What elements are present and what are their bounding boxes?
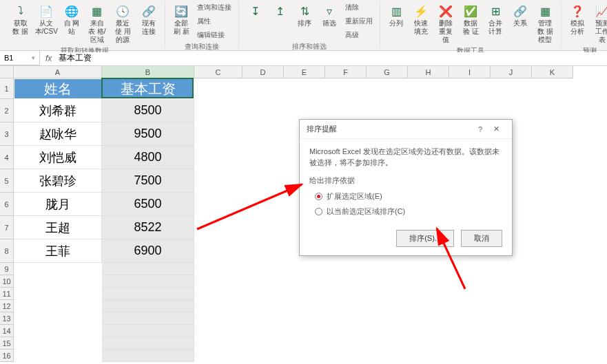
ribbon: ⤵获取数 据📄从文 本/CSV🌐自 网站▦来自表 格/区域🕓最近使 用的源🔗现有… [0, 0, 607, 51]
ribbon-button[interactable]: ✅数据验 证 [459, 1, 482, 45]
ribbon-button-label: 关系 [513, 19, 527, 28]
column-header[interactable]: J [491, 66, 532, 78]
row-header[interactable]: 1 [0, 78, 14, 99]
select-all-corner[interactable] [0, 66, 14, 78]
cell[interactable]: 4800 [102, 146, 194, 169]
cell[interactable] [102, 263, 194, 275]
ribbon-button[interactable]: 🕓最近使 用的源 [110, 1, 134, 45]
cell[interactable]: 8500 [102, 99, 194, 122]
ribbon-button[interactable]: ⤵获取数 据 [8, 1, 32, 45]
ribbon-button[interactable]: ▦来自表 格/区域 [85, 1, 109, 45]
ribbon-icon: ⊞ [487, 3, 504, 19]
ribbon-mini-item[interactable]: 重新应用 [342, 15, 375, 28]
column-header[interactable]: C [194, 66, 243, 78]
ribbon-button[interactable]: 🔗现有 连接 [136, 1, 161, 45]
cell[interactable] [102, 337, 194, 350]
fx-icon[interactable]: fx [40, 54, 57, 63]
ribbon-icon: ▦ [537, 3, 553, 19]
row-header[interactable]: 11 [0, 288, 14, 300]
ribbon-button[interactable]: 🌐自 网站 [60, 1, 83, 45]
column-header[interactable]: D [243, 66, 284, 78]
ribbon-button[interactable]: ⊞合并计算 [484, 1, 507, 45]
row-header[interactable]: 9 [0, 263, 14, 275]
column-header[interactable]: E [284, 66, 325, 78]
row-header[interactable]: 14 [0, 325, 14, 337]
column-header[interactable]: H [408, 66, 449, 78]
ribbon-button[interactable]: ▦管理数 据模型 [533, 1, 557, 45]
cell[interactable] [102, 300, 194, 312]
ribbon-button[interactable]: ▿筛选 [318, 1, 341, 41]
radio-expand-selection[interactable]: 扩展选定区域(E) [309, 189, 502, 204]
header-name[interactable]: 姓名 [14, 78, 102, 99]
ribbon-mini-item[interactable]: 清除 [342, 1, 375, 14]
row-header[interactable]: 16 [0, 350, 14, 362]
ribbon-mini-item[interactable]: 编辑链接 [194, 29, 234, 41]
row-header[interactable]: 2 [0, 99, 14, 122]
ribbon-button[interactable]: 🔗关系 [508, 1, 532, 45]
cell[interactable] [102, 350, 194, 362]
ribbon-mini-item[interactable]: 属性 [194, 15, 234, 28]
cancel-button[interactable]: 取消 [461, 230, 502, 247]
ribbon-mini-item[interactable]: 高级 [342, 29, 375, 41]
column-header[interactable]: G [367, 66, 408, 78]
ribbon-group: ❓模拟分析📈预测 工作表预测 [562, 1, 607, 48]
formula-input[interactable] [57, 52, 607, 65]
ribbon-icon: ⇅ [296, 3, 313, 19]
row-header[interactable]: 4 [0, 146, 14, 169]
cell[interactable]: 刘恺威 [14, 146, 102, 169]
ribbon-button[interactable]: ▥分列 [384, 1, 408, 45]
ribbon-button[interactable]: 🔄全部刷 新 [169, 1, 193, 41]
ribbon-button[interactable]: 📄从文 本/CSV [34, 1, 58, 45]
ribbon-icon: 📄 [38, 3, 54, 19]
ribbon-button[interactable]: ❌删除 重复值 [434, 1, 457, 45]
ribbon-group-label: 排序和筛选 [292, 42, 327, 52]
cell[interactable] [102, 275, 194, 288]
cell[interactable]: 刘希群 [14, 99, 102, 122]
name-box[interactable]: B1 ▾ [0, 51, 40, 65]
column-header[interactable]: K [532, 66, 573, 78]
ribbon-button[interactable]: ↧ [243, 1, 267, 41]
row-header[interactable]: 13 [0, 312, 14, 325]
cell[interactable]: 胧月 [14, 193, 102, 216]
column-header[interactable]: A [14, 66, 102, 78]
cell[interactable]: 王超 [14, 216, 102, 239]
ribbon-button[interactable]: ❓模拟分析 [566, 1, 589, 45]
cell[interactable]: 8522 [102, 216, 194, 239]
row-header[interactable]: 10 [0, 275, 14, 288]
cell[interactable]: 9500 [102, 122, 194, 146]
cell[interactable]: 张碧珍 [14, 169, 102, 193]
dialog-body: Microsoft Excel 发现在选定区域旁边还有数据。该数据未被选择，将不… [300, 139, 512, 223]
cell[interactable]: 7500 [102, 169, 194, 193]
row-header[interactable]: 6 [0, 193, 14, 216]
close-icon[interactable]: ✕ [488, 125, 505, 133]
cell[interactable]: 王菲 [14, 239, 102, 263]
cell[interactable]: 6900 [102, 239, 194, 263]
help-icon[interactable]: ? [473, 125, 488, 133]
row-header[interactable]: 12 [0, 300, 14, 312]
row-header[interactable]: 5 [0, 169, 14, 193]
cell[interactable] [102, 288, 194, 300]
column-header[interactable]: F [325, 66, 367, 78]
cell[interactable] [102, 312, 194, 325]
ribbon-button[interactable]: ↥ [268, 1, 291, 41]
sort-button[interactable]: 排序(S)... [396, 230, 454, 247]
ribbon-button[interactable]: ⚡快速填充 [409, 1, 433, 45]
ribbon-icon: ↥ [271, 3, 288, 19]
ribbon-button[interactable]: 📈预测 工作表 [590, 1, 607, 45]
row-header[interactable]: 3 [0, 122, 14, 146]
ribbon-mini-item[interactable]: 查询和连接 [194, 1, 234, 14]
ribbon-icon: ⤵ [12, 3, 29, 19]
ribbon-button[interactable]: ⇅排序 [293, 1, 316, 41]
header-salary[interactable]: 基本工资 [102, 78, 194, 99]
dialog-title: 排序提醒 [307, 124, 473, 134]
cell[interactable]: 6500 [102, 193, 194, 216]
row-header[interactable]: 8 [0, 239, 14, 263]
column-header[interactable]: I [449, 66, 491, 78]
cell[interactable] [102, 325, 194, 337]
row-header[interactable]: 15 [0, 337, 14, 350]
cell[interactable]: 赵咏华 [14, 122, 102, 146]
row-header[interactable]: 7 [0, 216, 14, 239]
column-header[interactable]: B [102, 66, 194, 78]
ribbon-icon: ❌ [438, 3, 454, 19]
radio-current-selection[interactable]: 以当前选定区域排序(C) [309, 204, 502, 219]
